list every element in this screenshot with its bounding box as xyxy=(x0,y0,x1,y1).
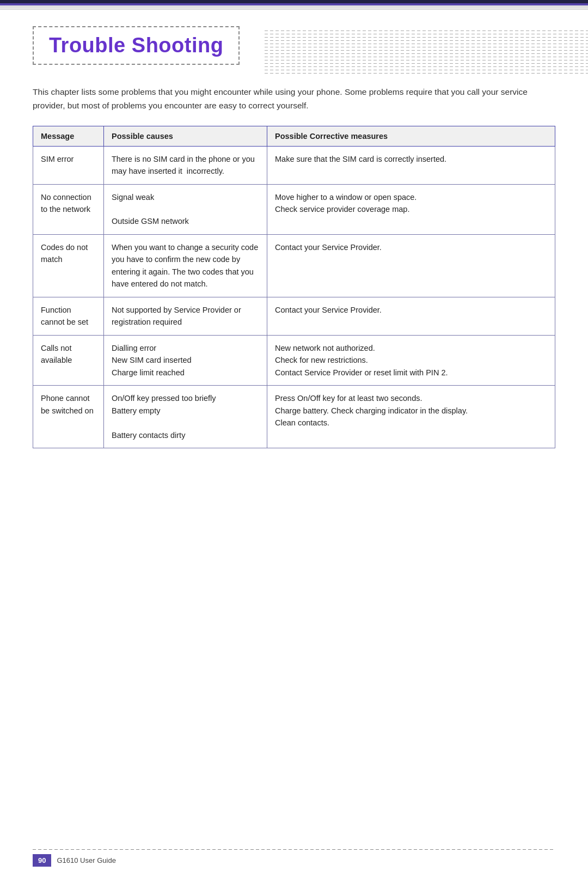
table-row: No connection to the networkSignal weak … xyxy=(33,184,555,234)
cell-causes: Not supported by Service Provider or reg… xyxy=(104,297,267,335)
cell-causes: There is no SIM card in the phone or you… xyxy=(104,146,267,184)
table-row: Function cannot be setNot supported by S… xyxy=(33,297,555,335)
footer-divider xyxy=(33,849,555,850)
header-decoration-lines xyxy=(265,31,588,80)
cell-corrective: Make sure that the SIM card is correctly… xyxy=(267,146,555,184)
cell-causes: On/Off key pressed too briefly Battery e… xyxy=(104,386,267,448)
header-message: Message xyxy=(33,126,104,146)
content-area: Message Possible causes Possible Correct… xyxy=(0,126,588,470)
footer-area: 90 G1610 User Guide xyxy=(0,849,588,867)
cell-corrective: Contact your Service Provider. xyxy=(267,297,555,335)
cell-causes: Dialling error New SIM card inserted Cha… xyxy=(104,335,267,385)
cell-message: Phone cannot be switched on xyxy=(33,386,104,448)
footer-content: 90 G1610 User Guide xyxy=(33,854,555,867)
table-header-row: Message Possible causes Possible Correct… xyxy=(33,126,555,146)
troubleshooting-table: Message Possible causes Possible Correct… xyxy=(33,126,555,448)
cell-message: SIM error xyxy=(33,146,104,184)
cell-message: Function cannot be set xyxy=(33,297,104,335)
cell-corrective: Press On/Off key for at least two second… xyxy=(267,386,555,448)
cell-message: Calls not available xyxy=(33,335,104,385)
cell-message: No connection to the network xyxy=(33,184,104,234)
header-corrective: Possible Corrective measures xyxy=(267,126,555,146)
header-area: Trouble Shooting xyxy=(0,10,588,69)
guide-text: G1610 User Guide xyxy=(57,856,115,864)
cell-causes: Signal weak Outside GSM network xyxy=(104,184,267,234)
cell-causes: When you want to change a security code … xyxy=(104,234,267,297)
cell-corrective: New network not authorized. Check for ne… xyxy=(267,335,555,385)
top-decoration xyxy=(0,0,588,10)
intro-text: This chapter lists some problems that yo… xyxy=(33,86,555,113)
table-row: SIM errorThere is no SIM card in the pho… xyxy=(33,146,555,184)
table-row: Codes do not matchWhen you want to chang… xyxy=(33,234,555,297)
header-causes: Possible causes xyxy=(104,126,267,146)
table-row: Phone cannot be switched onOn/Off key pr… xyxy=(33,386,555,448)
page-title: Trouble Shooting xyxy=(49,34,223,57)
page-number: 90 xyxy=(33,854,51,867)
title-box: Trouble Shooting xyxy=(33,26,240,65)
cell-corrective: Contact your Service Provider. xyxy=(267,234,555,297)
cell-message: Codes do not match xyxy=(33,234,104,297)
table-row: Calls not availableDialling error New SI… xyxy=(33,335,555,385)
cell-corrective: Move higher to a window or open space. C… xyxy=(267,184,555,234)
